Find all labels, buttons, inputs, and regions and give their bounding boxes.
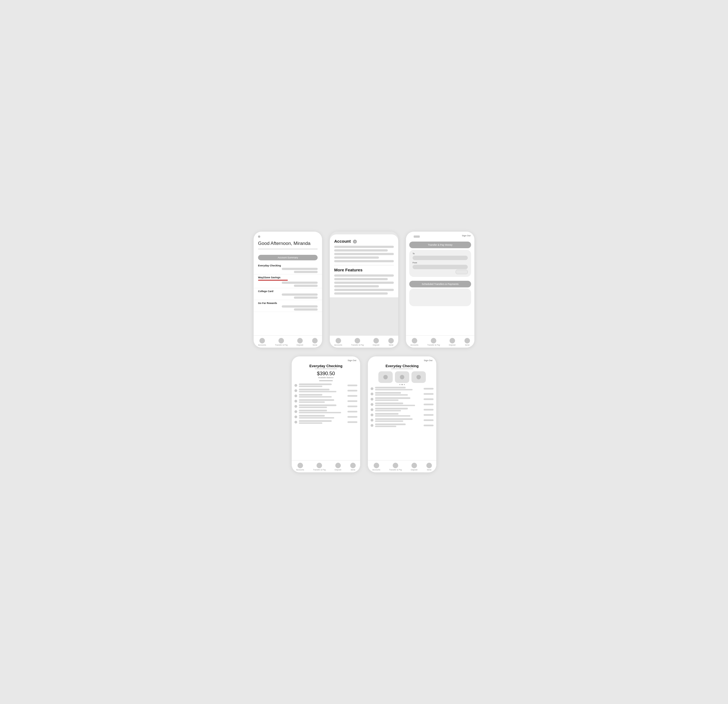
screen-3-phone: Sign Out Transfer & Pay Money To From Sc… (406, 231, 474, 348)
table-row[interactable] (371, 392, 433, 396)
s4-skel-label (319, 380, 333, 381)
s4-balance-label: Available Balance (292, 377, 360, 379)
s2-section-divider (334, 265, 394, 265)
table-row[interactable] (371, 418, 433, 422)
skel-bar (299, 415, 325, 416)
list-dot-icon (295, 415, 297, 418)
nav-accounts-3[interactable]: Accounts (410, 338, 418, 346)
s3-logo-area (410, 234, 462, 239)
list-right (347, 421, 357, 423)
table-row[interactable] (371, 387, 433, 390)
nav-deposit-icon-4 (335, 463, 341, 468)
skel-bar (294, 308, 318, 311)
nav-deposit-5[interactable]: Deposit (411, 463, 417, 471)
nav-deposit-4[interactable]: Deposit (335, 463, 341, 471)
table-row[interactable] (295, 410, 357, 413)
account-item-rewards[interactable]: Go Far Rewards (254, 300, 322, 312)
list-dot-icon (295, 421, 297, 424)
nav-accounts-4[interactable]: Accounts (296, 463, 304, 471)
skel-bar (347, 421, 357, 423)
tp-to-input[interactable] (413, 256, 468, 260)
list-content (375, 424, 422, 427)
tp-from-label: From (413, 262, 468, 264)
skel-bar (334, 289, 394, 291)
row-1: Good Afternoon, Miranda Account Summary … (212, 231, 516, 348)
nav-send-2[interactable]: Send (388, 338, 394, 346)
nav-transfer-pay-5[interactable]: Transfer & Pay (389, 463, 402, 471)
s4-signout-link[interactable]: Sign Out (348, 359, 356, 362)
transfer-pay-pill[interactable]: Transfer & Pay Money (409, 241, 471, 248)
skel-bar (299, 389, 329, 390)
nav-deposit[interactable]: Deposit (297, 338, 303, 346)
nav-accounts-label-2: Accounts (334, 344, 342, 346)
s2-badge: 3 (353, 240, 357, 243)
s3-logo (414, 236, 420, 238)
list-content (375, 408, 422, 411)
list-content (375, 392, 422, 396)
nav-accounts-5[interactable]: Accounts (372, 463, 380, 471)
screen-2-phone: Account 3 More Features (330, 231, 398, 348)
table-row[interactable] (295, 394, 357, 398)
list-right (347, 406, 357, 407)
nav-transfer-pay-2[interactable]: Transfer & Pay (351, 338, 364, 346)
skel-bar (423, 409, 433, 411)
list-dot-icon (295, 384, 297, 387)
table-row[interactable] (371, 397, 433, 401)
account-item-checking[interactable]: Everyday Checking (254, 263, 322, 275)
account-item-college[interactable]: College Card (254, 288, 322, 300)
table-row[interactable] (295, 389, 357, 392)
tp-from-input[interactable] (413, 265, 468, 269)
table-row[interactable] (295, 415, 357, 419)
nav-transfer-pay-4[interactable]: Transfer & Pay (313, 463, 326, 471)
nav-send[interactable]: Send (312, 338, 318, 346)
account-summary-pill[interactable]: Account Summary (258, 255, 318, 260)
list-dot-icon (371, 393, 373, 395)
list-dot-icon (371, 413, 373, 416)
nav-send-icon-3 (464, 338, 470, 343)
account-item-savings[interactable]: Way2Save Savings (254, 275, 322, 288)
scheduled-pill[interactable]: Scheduled Transfers & Payments (409, 281, 471, 288)
nav-accounts[interactable]: Accounts (258, 338, 266, 346)
s5-card-2-icon (400, 375, 404, 379)
s3-signout-link[interactable]: Sign Out (462, 234, 471, 239)
s2-inner-card: Account 3 More Features (330, 234, 398, 297)
s5-card-2[interactable] (395, 372, 409, 383)
screen-2-content: Account 3 More Features (330, 231, 398, 335)
s5-card-3[interactable] (412, 372, 426, 383)
skel-bar (375, 410, 401, 411)
skel-bar (282, 293, 318, 296)
nav-deposit-2[interactable]: Deposit (373, 338, 380, 346)
table-row[interactable] (371, 408, 433, 411)
nav-send-4[interactable]: Send (350, 463, 356, 471)
table-row[interactable] (295, 399, 357, 403)
skel-bar (375, 424, 406, 425)
table-row[interactable] (371, 424, 433, 427)
greeting-text: Good Afternoon, Miranda (258, 240, 318, 247)
table-row[interactable] (295, 405, 357, 408)
s5-card-3-icon (416, 375, 421, 379)
nav-send-5[interactable]: Send (426, 463, 432, 471)
nav-transfer-label-4: Transfer & Pay (313, 469, 326, 471)
skel-bar (375, 387, 406, 389)
table-row[interactable] (371, 402, 433, 406)
nav-send-3[interactable]: Send (464, 338, 470, 346)
nav-transfer-pay-3[interactable]: Transfer & Pay (427, 338, 440, 346)
skel-bar (375, 418, 413, 420)
skel-bar (347, 400, 357, 402)
table-row[interactable] (371, 413, 433, 416)
skel-bar (282, 282, 318, 284)
tp-amount-input[interactable] (456, 270, 468, 274)
s4-title-underline (315, 369, 337, 369)
s5-signout-link[interactable]: Sign Out (424, 359, 432, 362)
s5-card-1[interactable] (378, 372, 393, 383)
skel-bar (375, 415, 410, 416)
nav-accounts-2[interactable]: Accounts (334, 338, 342, 346)
nav-transfer-label-5: Transfer & Pay (389, 469, 402, 471)
s1-header: Good Afternoon, Miranda (254, 231, 322, 254)
nav-transfer-pay[interactable]: Transfer & Pay (275, 338, 287, 346)
table-row[interactable] (295, 383, 357, 387)
s1-divider (258, 249, 318, 249)
nav-transfer-label: Transfer & Pay (275, 344, 287, 346)
nav-deposit-3[interactable]: Deposit (449, 338, 456, 346)
table-row[interactable] (295, 420, 357, 424)
